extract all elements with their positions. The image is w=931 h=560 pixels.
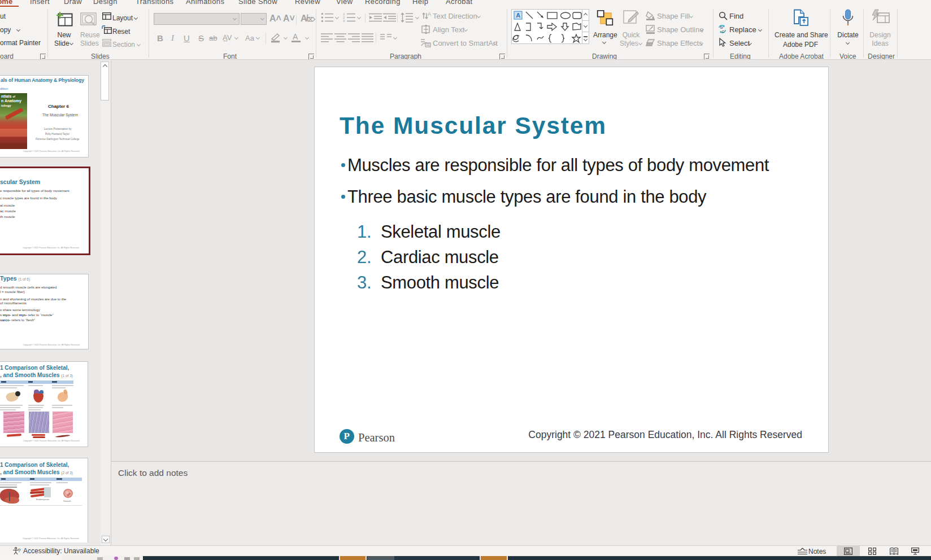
svg-text:?: ? [18, 548, 21, 553]
svg-text:1: 1 [343, 12, 345, 16]
svg-text:3: 3 [343, 19, 345, 23]
svg-text:2: 2 [343, 16, 345, 19]
svg-text:A: A [516, 12, 520, 19]
svg-text:A: A [428, 11, 431, 17]
svg-text:c: c [722, 29, 724, 34]
